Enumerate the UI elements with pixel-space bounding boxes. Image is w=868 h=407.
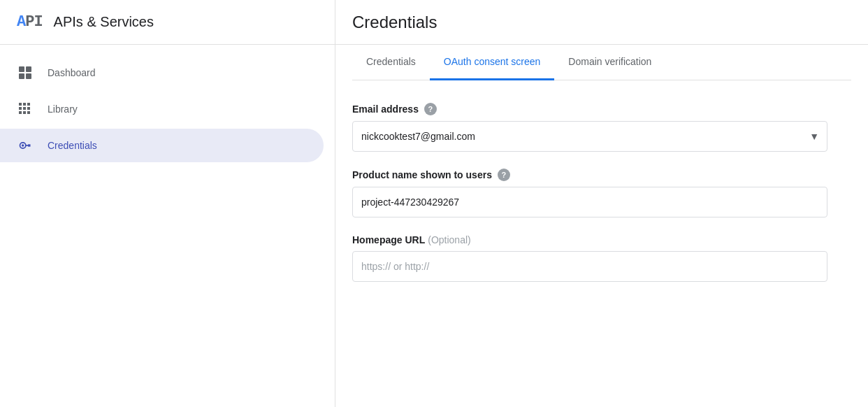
page-title: Credentials <box>352 13 437 32</box>
sidebar: API APIs & Services Dashboard <box>0 0 335 407</box>
dashboard-icon <box>17 64 34 81</box>
api-logo: API <box>17 13 43 31</box>
library-icon <box>17 101 34 117</box>
svg-rect-2 <box>19 73 24 79</box>
tab-domain-verification[interactable]: Domain verification <box>554 45 665 80</box>
sidebar-item-credentials[interactable]: Credentials <box>0 129 324 162</box>
sidebar-navigation: Dashboard Library <box>0 45 335 165</box>
svg-rect-6 <box>27 103 30 106</box>
homepage-url-field-group: Homepage URL (Optional) <box>352 234 851 282</box>
svg-rect-11 <box>23 111 26 114</box>
svg-rect-9 <box>27 107 30 110</box>
product-name-help-icon[interactable]: ? <box>498 169 510 181</box>
email-help-icon[interactable]: ? <box>424 103 437 115</box>
tabs-bar: Credentials OAuth consent screen Domain … <box>352 45 851 80</box>
credentials-icon <box>17 137 34 154</box>
sidebar-dashboard-label: Dashboard <box>48 67 96 78</box>
svg-rect-3 <box>26 73 31 79</box>
email-select-wrapper: nickcooktest7@gmail.com ▼ <box>352 121 827 152</box>
product-name-field-label: Product name shown to users ? <box>352 169 851 181</box>
product-name-input[interactable] <box>352 187 827 217</box>
sidebar-library-label: Library <box>48 103 78 115</box>
svg-rect-8 <box>23 107 26 110</box>
sidebar-item-library[interactable]: Library <box>0 92 324 126</box>
email-field-group: Email address ? nickcooktest7@gmail.com … <box>352 103 851 152</box>
homepage-url-field-label: Homepage URL (Optional) <box>352 234 851 245</box>
svg-rect-4 <box>19 103 22 106</box>
main-content: Credentials Credentials OAuth consent sc… <box>335 0 868 407</box>
main-body: Credentials OAuth consent screen Domain … <box>335 45 868 304</box>
svg-rect-0 <box>19 66 24 72</box>
sidebar-title: APIs & Services <box>54 14 154 30</box>
sidebar-header: API APIs & Services <box>0 0 335 45</box>
email-field-label: Email address ? <box>352 103 851 115</box>
tab-credentials[interactable]: Credentials <box>352 45 430 80</box>
main-header: Credentials <box>335 0 868 45</box>
product-name-field-group: Product name shown to users ? <box>352 169 851 217</box>
svg-rect-12 <box>27 111 30 114</box>
homepage-optional-label: (Optional) <box>428 234 470 245</box>
svg-rect-5 <box>23 103 26 106</box>
homepage-url-input[interactable] <box>352 251 827 282</box>
svg-point-14 <box>22 144 24 146</box>
sidebar-item-dashboard[interactable]: Dashboard <box>0 56 324 90</box>
email-select[interactable]: nickcooktest7@gmail.com <box>352 121 827 152</box>
svg-rect-7 <box>19 107 22 110</box>
oauth-consent-form: Email address ? nickcooktest7@gmail.com … <box>352 97 851 304</box>
sidebar-credentials-label: Credentials <box>48 140 97 151</box>
svg-rect-1 <box>26 66 31 72</box>
tab-oauth-consent[interactable]: OAuth consent screen <box>430 45 555 80</box>
svg-rect-10 <box>19 111 22 114</box>
